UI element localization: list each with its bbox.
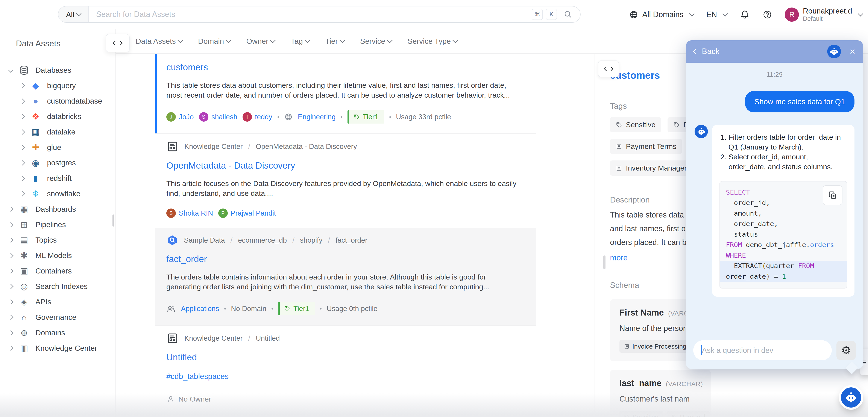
chevron-right-icon[interactable]: [8, 253, 13, 258]
dot-separator: [390, 116, 391, 118]
tag-chip[interactable]: Sensitive: [610, 117, 661, 132]
owner-link[interactable]: P Prajwal Pandit: [218, 208, 276, 218]
sidebar-item-service[interactable]: ◉ postgres: [0, 155, 116, 170]
filter-dropdown[interactable]: Tag: [290, 37, 309, 45]
sidebar-item[interactable]: ✱ ML Models: [0, 248, 116, 263]
chevron-right-icon[interactable]: [8, 284, 13, 289]
sidebar-item[interactable]: ⊕ Domains: [0, 325, 116, 341]
owner-link[interactable]: S shailesh: [199, 112, 238, 122]
breadcrumb-item[interactable]: Knowledge Center: [184, 334, 243, 342]
sidebar-item[interactable]: ▣ Containers: [0, 263, 116, 279]
breadcrumb-item[interactable]: Sample Data: [184, 236, 225, 244]
more-link[interactable]: more: [610, 253, 628, 262]
result-card-article[interactable]: Knowledge Center / OpenMetadata - Data D…: [155, 134, 536, 228]
breadcrumb-item[interactable]: fact_order: [336, 236, 368, 244]
search-scope-dropdown[interactable]: All: [58, 6, 89, 22]
sidebar-item[interactable]: ◎ Search Indexes: [0, 279, 116, 294]
search-input[interactable]: [89, 10, 532, 19]
result-card-customers[interactable]: customers This table stores data about c…: [155, 54, 536, 133]
owner-link[interactable]: S Shoka RIN: [166, 208, 213, 218]
chevron-down-icon[interactable]: [8, 68, 13, 73]
filter-dropdown[interactable]: Service: [360, 37, 392, 45]
domains-dropdown[interactable]: All Domains: [629, 10, 694, 19]
result-card-fact-order[interactable]: Sample Data / ecommerce_db / shopify / f…: [155, 228, 536, 325]
sidebar-item-service[interactable]: ◆ bigquery: [0, 78, 116, 93]
filter-dropdown[interactable]: Service Type: [408, 37, 457, 45]
sidebar-item[interactable]: ▥ Knowledge Center: [0, 341, 116, 356]
back-button[interactable]: Back: [694, 47, 719, 56]
result-card-untitled[interactable]: Knowledge Center / Untitled Untitled #cd…: [155, 326, 536, 413]
chat-input[interactable]: [693, 340, 832, 360]
chevron-right-icon[interactable]: [8, 346, 13, 351]
tag-chip[interactable]: Personal: [667, 411, 710, 417]
owner-link[interactable]: T teddy: [243, 112, 272, 122]
filter-dropdown[interactable]: Domain: [198, 37, 230, 45]
bot-step: Select order_id, amount, order_date, and…: [728, 152, 847, 171]
breadcrumb-item[interactable]: ecommerce_db: [238, 236, 287, 244]
sidebar-item-service[interactable]: ✚ glue: [0, 140, 116, 155]
close-icon[interactable]: ×: [849, 46, 855, 56]
search-icon[interactable]: [563, 10, 572, 19]
team-link[interactable]: Applications: [181, 304, 219, 313]
sidebar-item-databases[interactable]: Databases: [0, 62, 116, 78]
chevron-right-icon[interactable]: [8, 206, 13, 212]
chevron-right-icon[interactable]: [8, 315, 13, 320]
sidebar-collapse-button[interactable]: [105, 34, 130, 52]
glossary-chip[interactable]: Payment Terms: [610, 139, 682, 154]
sidebar-item[interactable]: ⌂ Governance: [0, 310, 116, 325]
panel-collapse-button[interactable]: [598, 61, 619, 77]
breadcrumb-item[interactable]: Untitled: [256, 334, 280, 342]
sidebar-title: Data Assets: [16, 39, 116, 48]
sidebar-item[interactable]: ▦ Dashboards: [0, 201, 116, 217]
chevron-right-icon[interactable]: [20, 83, 25, 88]
sidebar-item[interactable]: ◈ APIs: [0, 294, 116, 310]
result-title-link[interactable]: OpenMetadata - Data Discovery: [166, 160, 295, 171]
chat-settings-button[interactable]: ⚙: [836, 341, 856, 360]
sidebar-item-service[interactable]: ❖ databricks: [0, 109, 116, 124]
sidebar-scrollbar[interactable]: [113, 215, 115, 226]
tag-chip[interactable]: Sensitive: [619, 411, 663, 417]
chevron-right-icon[interactable]: [20, 98, 25, 104]
chevron-right-icon[interactable]: [8, 268, 13, 274]
result-title-link[interactable]: Untitled: [166, 352, 197, 362]
chevron-right-icon[interactable]: [8, 330, 13, 335]
filter-dropdown[interactable]: Data Assets: [136, 37, 182, 45]
result-meta: S Shoka RIN P Prajwal Pandit: [166, 208, 525, 218]
chevron-right-icon[interactable]: [8, 299, 13, 304]
sidebar-item-service[interactable]: ❄ snowflake: [0, 186, 116, 201]
result-title-link[interactable]: fact_order: [166, 254, 207, 264]
result-title-link[interactable]: customers: [166, 62, 208, 72]
domain-link[interactable]: Engineering: [298, 113, 336, 121]
notifications-button[interactable]: [740, 9, 750, 20]
glossary-chip[interactable]: Invoice Processing: [619, 340, 691, 353]
chevron-right-icon[interactable]: [20, 129, 25, 134]
chevron-right-icon[interactable]: [20, 145, 25, 150]
sidebar-item[interactable]: ▤ Topics: [0, 232, 116, 248]
chevron-right-icon[interactable]: [20, 176, 25, 181]
chat-fab-button[interactable]: [841, 387, 861, 408]
breadcrumb-item[interactable]: OpenMetadata - Data Discovery: [256, 142, 357, 151]
breadcrumb-item[interactable]: Knowledge Center: [184, 142, 243, 151]
chevron-right-icon[interactable]: [8, 222, 13, 227]
copy-button[interactable]: [823, 185, 842, 205]
breadcrumb-item[interactable]: shopify: [300, 236, 322, 244]
user-profile-menu[interactable]: R Rounakpreet.d Default: [785, 7, 862, 23]
chevron-right-icon[interactable]: [8, 237, 13, 243]
owner-link[interactable]: J JoJo: [166, 112, 194, 122]
breadcrumb-separator: /: [248, 142, 250, 151]
help-button[interactable]: [763, 10, 772, 20]
filter-dropdown[interactable]: Owner: [246, 37, 275, 45]
chevron-right-icon[interactable]: [20, 191, 25, 196]
chevron-right-icon[interactable]: [20, 160, 25, 165]
chevron-right-icon[interactable]: [20, 114, 25, 119]
panel-scrollbar[interactable]: [603, 255, 606, 269]
chevron-down-icon: [178, 37, 183, 43]
hashtag-link[interactable]: #cdb_tablespaces: [166, 372, 228, 381]
filter-dropdown[interactable]: Tier: [325, 37, 344, 45]
sidebar-item-service[interactable]: ▦ datalake: [0, 124, 116, 140]
sidebar-item-service[interactable]: ● customdatabase: [0, 93, 116, 109]
user-name: Rounakpreet.d: [803, 7, 852, 15]
sidebar-item[interactable]: ⊞ Pipelines: [0, 217, 116, 232]
language-dropdown[interactable]: EN: [706, 10, 727, 19]
sidebar-item-service[interactable]: ▮ redshift: [0, 170, 116, 186]
